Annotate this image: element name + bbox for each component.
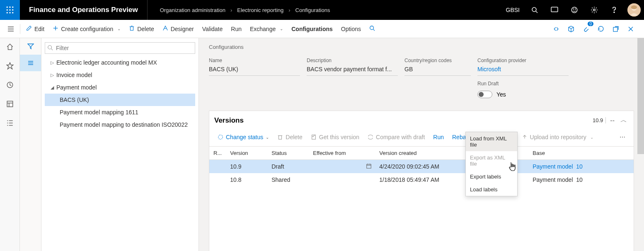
versions-run-button[interactable]: Run bbox=[430, 130, 447, 144]
base-name: Payment model bbox=[533, 176, 573, 183]
svg-rect-30 bbox=[613, 27, 617, 31]
exchange-button[interactable]: Exchange⌄ bbox=[246, 20, 287, 38]
base-name-link[interactable]: Payment model bbox=[533, 163, 573, 170]
cell-created: 1/18/2018 05:49:47 AM bbox=[375, 173, 458, 186]
org-name[interactable]: GBSI bbox=[501, 7, 525, 13]
toggle-label: Yes bbox=[496, 91, 506, 98]
svg-line-29 bbox=[373, 29, 375, 31]
field-label-country: Country/region codes bbox=[404, 58, 471, 63]
edit-button[interactable]: Edit bbox=[22, 20, 48, 38]
clock-icon[interactable] bbox=[6, 81, 14, 90]
cell-base: Payment model 10 bbox=[528, 173, 634, 186]
chevron-right-icon: ▷ bbox=[48, 60, 56, 65]
popout-icon[interactable] bbox=[609, 22, 622, 36]
rundraft-toggle[interactable]: Yes bbox=[477, 91, 569, 98]
app-launcher-button[interactable] bbox=[0, 0, 20, 20]
tree-item-label: Payment model bbox=[56, 84, 97, 91]
cell-effective[interactable] bbox=[309, 160, 375, 174]
tree-item-label: Electronic ledger accounting model MX bbox=[56, 59, 157, 66]
options-tab[interactable]: Options bbox=[337, 20, 365, 38]
avatar[interactable] bbox=[627, 3, 641, 17]
get-version-label: Get this version bbox=[319, 134, 359, 140]
field-value-name[interactable]: BACS (UK) bbox=[209, 66, 300, 76]
breadcrumb-item[interactable]: Configurations bbox=[295, 7, 330, 13]
validate-button[interactable]: Validate bbox=[198, 20, 227, 38]
dropdown-item-load-labels[interactable]: Load labels bbox=[466, 183, 517, 196]
scrollbar[interactable] bbox=[637, 38, 644, 251]
breadcrumb-item[interactable]: Electronic reporting bbox=[237, 7, 283, 13]
tree-item-selected[interactable]: BACS (UK) bbox=[45, 94, 195, 106]
field-value-country[interactable]: GB bbox=[404, 66, 471, 76]
versions-delete-button: Delete bbox=[274, 130, 305, 144]
gear-icon[interactable] bbox=[584, 0, 604, 20]
modules-icon[interactable] bbox=[6, 119, 14, 128]
cell-version: 10.9 bbox=[226, 160, 267, 174]
col-version[interactable]: Version bbox=[226, 147, 267, 160]
run-button[interactable]: Run bbox=[227, 20, 246, 38]
versions-toolbar: Change status ⌄ Delete Get this version … bbox=[209, 128, 634, 146]
svg-point-46 bbox=[48, 46, 52, 49]
col-effective[interactable]: Effective from bbox=[309, 147, 375, 160]
run-label: Run bbox=[231, 26, 242, 32]
scrollbar-thumb[interactable] bbox=[637, 38, 644, 154]
col-r[interactable]: R... bbox=[209, 147, 226, 160]
configurations-tab[interactable]: Configurations bbox=[287, 20, 337, 38]
tree-item[interactable]: ◢Payment model bbox=[45, 81, 195, 94]
refresh-icon[interactable] bbox=[594, 22, 608, 36]
help-icon[interactable] bbox=[604, 0, 624, 20]
chevron-up-icon[interactable]: ︿ bbox=[619, 116, 629, 125]
field-value-provider[interactable]: Microsoft bbox=[477, 66, 569, 76]
create-config-button[interactable]: Create configuration⌄ bbox=[48, 20, 125, 38]
tree-item-label: BACS (UK) bbox=[60, 97, 89, 103]
filter-input[interactable] bbox=[45, 42, 195, 54]
close-icon[interactable] bbox=[624, 22, 637, 36]
cell-status: Shared bbox=[267, 173, 309, 186]
field-value-description[interactable]: BACS vendor payment format f... bbox=[307, 66, 398, 76]
dropdown-item-export-labels[interactable]: Export labels bbox=[466, 170, 517, 183]
attachment-icon[interactable]: 0 bbox=[579, 22, 593, 36]
star-icon[interactable] bbox=[6, 62, 14, 71]
col-base[interactable]: Base bbox=[528, 147, 634, 160]
versions-current: 10.9 bbox=[593, 117, 606, 123]
list-icon[interactable] bbox=[20, 55, 41, 71]
svg-rect-49 bbox=[279, 136, 282, 140]
dropdown-item-load-xml[interactable]: Load from XML file bbox=[466, 132, 517, 151]
smile-icon[interactable] bbox=[564, 0, 584, 20]
tree-item[interactable]: ▷Invoice model bbox=[45, 69, 195, 81]
toggle-icon bbox=[477, 91, 492, 98]
field-label-provider: Configuration provider bbox=[477, 58, 569, 63]
table-row[interactable]: 10.8 Shared 1/18/2018 05:49:47 AM Paymen… bbox=[209, 173, 634, 186]
hamburger-icon[interactable] bbox=[3, 26, 18, 32]
cell-version: 10.8 bbox=[226, 173, 267, 186]
funnel-icon[interactable] bbox=[20, 38, 41, 55]
svg-rect-11 bbox=[551, 7, 558, 12]
svg-point-0 bbox=[7, 7, 8, 8]
col-status[interactable]: Status bbox=[267, 147, 309, 160]
col-created[interactable]: Version created bbox=[375, 147, 458, 160]
versions-run-label: Run bbox=[433, 134, 444, 140]
compare-label: Compare with draft bbox=[376, 134, 425, 140]
table-row[interactable]: 10.9 Draft 4/24/2020 09:02:45 AM Payment… bbox=[209, 160, 634, 174]
breadcrumb-item[interactable]: Organization administration bbox=[160, 7, 225, 13]
svg-point-4 bbox=[9, 9, 10, 10]
designer-button[interactable]: Designer bbox=[158, 20, 198, 38]
package-icon[interactable] bbox=[564, 22, 578, 36]
base-version: 10 bbox=[576, 176, 583, 183]
search-icon[interactable] bbox=[365, 25, 379, 33]
change-status-button[interactable]: Change status ⌄ bbox=[214, 130, 272, 144]
tree-item[interactable]: ▷Electronic ledger accounting model MX bbox=[45, 56, 195, 69]
cell-effective[interactable] bbox=[309, 173, 375, 186]
exchange-dropdown: Load from XML file Export as XML file Ex… bbox=[465, 132, 518, 196]
svg-point-13 bbox=[573, 9, 574, 9]
workspace-icon[interactable] bbox=[6, 100, 14, 109]
more-icon[interactable]: ⋯ bbox=[616, 134, 629, 140]
chat-icon[interactable] bbox=[545, 0, 564, 20]
change-status-label: Change status bbox=[226, 134, 263, 140]
search-icon[interactable] bbox=[525, 0, 545, 20]
tree-item[interactable]: Payment model mapping to destination ISO… bbox=[45, 118, 195, 131]
connect-icon[interactable] bbox=[550, 22, 563, 36]
delete-button[interactable]: Delete bbox=[125, 20, 158, 38]
tree-item[interactable]: Payment model mapping 1611 bbox=[45, 106, 195, 118]
home-icon[interactable] bbox=[6, 43, 14, 52]
field-label-name: Name bbox=[209, 58, 300, 63]
